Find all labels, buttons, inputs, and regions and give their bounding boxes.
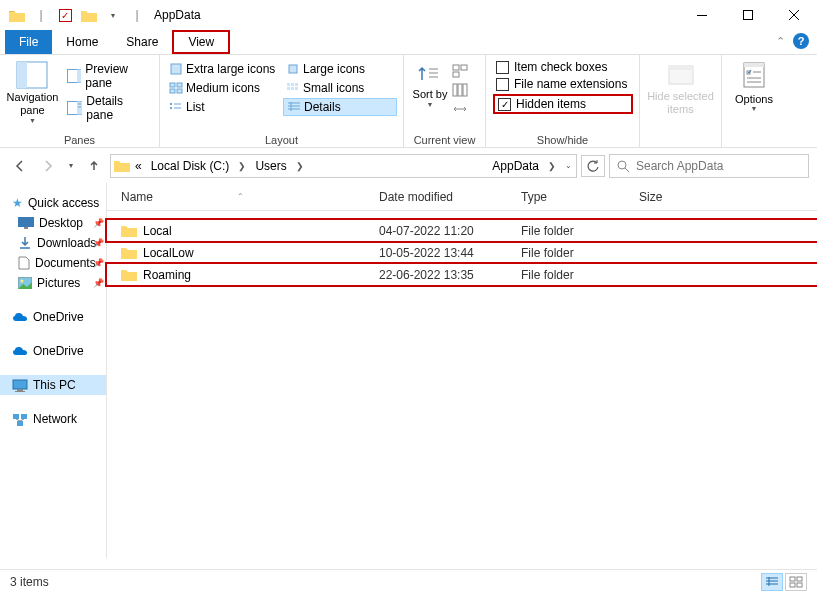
svg-rect-55 xyxy=(17,389,23,391)
minimize-button[interactable] xyxy=(679,0,725,30)
pc-icon xyxy=(12,379,28,392)
checkbox-checked-icon: ✓ xyxy=(498,98,511,111)
layout-small[interactable]: Small icons xyxy=(283,79,397,97)
medium-icons-icon xyxy=(169,82,183,94)
sidebar-pictures[interactable]: Pictures📌 xyxy=(0,273,106,293)
size-columns-button[interactable] xyxy=(450,100,470,118)
help-icon[interactable]: ? xyxy=(793,33,809,49)
qat-folder-icon[interactable] xyxy=(6,4,28,26)
tab-share[interactable]: Share xyxy=(112,30,172,54)
qat-folder2-icon[interactable] xyxy=(78,4,100,26)
chevron-right-icon[interactable]: ❯ xyxy=(292,161,308,171)
details-icon xyxy=(287,101,301,113)
svg-rect-0 xyxy=(697,15,707,16)
pin-icon: 📌 xyxy=(93,278,104,288)
search-icon xyxy=(616,159,630,173)
back-button[interactable] xyxy=(8,154,32,178)
details-pane-button[interactable]: Details pane xyxy=(65,93,153,123)
tab-view[interactable]: View xyxy=(172,30,230,54)
svg-rect-1 xyxy=(744,11,753,20)
svg-rect-12 xyxy=(170,83,175,87)
svg-rect-10 xyxy=(171,64,181,74)
svg-rect-42 xyxy=(744,63,764,67)
folder-icon xyxy=(121,268,137,281)
sidebar-documents[interactable]: Documents📌 xyxy=(0,253,106,273)
svg-rect-17 xyxy=(291,83,294,86)
sort-by-button[interactable]: Sort by ▼ xyxy=(410,60,450,118)
sidebar-quick-access[interactable]: ★Quick access xyxy=(0,193,106,213)
file-row-locallow[interactable]: LocalLow 10-05-2022 13:44 File folder xyxy=(107,242,817,263)
search-input[interactable]: Search AppData xyxy=(609,154,809,178)
close-button[interactable] xyxy=(771,0,817,30)
crumb-overflow[interactable]: « xyxy=(131,155,146,177)
breadcrumb-users[interactable]: Users xyxy=(251,155,290,177)
options-icon xyxy=(738,60,770,90)
item-checkboxes-toggle[interactable]: Item check boxes xyxy=(496,60,633,74)
add-columns-button[interactable] xyxy=(450,81,470,99)
column-size[interactable]: Size xyxy=(633,190,713,204)
sidebar-network[interactable]: Network xyxy=(0,409,106,429)
checkbox-icon xyxy=(496,78,509,91)
breadcrumb-appdata[interactable]: AppData xyxy=(488,155,543,177)
svg-rect-7 xyxy=(77,102,83,115)
network-icon xyxy=(12,413,28,426)
hide-icon xyxy=(665,60,697,90)
cloud-icon xyxy=(12,346,28,357)
navigation-pane-button[interactable]: Navigation pane ▼ xyxy=(6,58,59,124)
layout-details[interactable]: Details xyxy=(283,98,397,116)
column-name[interactable]: Name⌃ xyxy=(115,190,373,204)
svg-rect-35 xyxy=(453,72,459,77)
svg-rect-66 xyxy=(790,577,795,581)
sidebar-downloads[interactable]: Downloads📌 xyxy=(0,233,106,253)
preview-pane-button[interactable]: Preview pane xyxy=(65,61,153,91)
svg-rect-59 xyxy=(17,421,23,426)
refresh-button[interactable] xyxy=(581,155,605,177)
chevron-right-icon[interactable]: ❯ xyxy=(544,161,560,171)
ribbon: Navigation pane ▼ Preview pane Details p… xyxy=(0,55,817,148)
svg-point-53 xyxy=(21,280,24,283)
recent-dropdown[interactable]: ▾ xyxy=(64,154,78,178)
svg-rect-11 xyxy=(289,65,297,73)
svg-line-61 xyxy=(20,419,24,421)
group-by-button[interactable] xyxy=(450,62,470,80)
file-extensions-toggle[interactable]: File name extensions xyxy=(496,77,633,91)
file-row-roaming[interactable]: Roaming 22-06-2022 13:35 File folder xyxy=(107,264,817,285)
qat-dropdown-icon[interactable]: ▾ xyxy=(102,4,124,26)
layout-large[interactable]: Large icons xyxy=(283,60,397,78)
sidebar-onedrive-2[interactable]: OneDrive xyxy=(0,341,106,361)
breadcrumb-cdisk[interactable]: Local Disk (C:) xyxy=(147,155,234,177)
desktop-icon xyxy=(18,217,34,229)
details-pane-icon xyxy=(67,101,83,115)
tab-file[interactable]: File xyxy=(5,30,52,54)
svg-rect-38 xyxy=(463,84,467,96)
up-button[interactable] xyxy=(82,154,106,178)
download-icon xyxy=(18,236,32,250)
chevron-right-icon[interactable]: ❯ xyxy=(234,161,250,171)
svg-rect-18 xyxy=(295,83,298,86)
sidebar-desktop[interactable]: Desktop📌 xyxy=(0,213,106,233)
ribbon-group-options: Options ▼ xyxy=(722,55,786,147)
svg-rect-50 xyxy=(24,227,28,229)
svg-rect-57 xyxy=(13,414,19,419)
view-mode-icons[interactable] xyxy=(785,573,807,591)
file-row-local[interactable]: Local 04-07-2022 11:20 File folder xyxy=(107,220,817,241)
layout-extra-large[interactable]: Extra large icons xyxy=(166,60,280,78)
tab-home[interactable]: Home xyxy=(52,30,112,54)
layout-medium[interactable]: Medium icons xyxy=(166,79,280,97)
addressbar: ▾ « Local Disk (C:)❯ Users❯ AppData❯ ⌄ S… xyxy=(0,148,817,183)
column-date[interactable]: Date modified xyxy=(373,190,515,204)
column-type[interactable]: Type xyxy=(515,190,633,204)
sidebar-this-pc[interactable]: This PC xyxy=(0,375,106,395)
view-mode-details[interactable] xyxy=(761,573,783,591)
forward-button[interactable] xyxy=(36,154,60,178)
address-field[interactable]: « Local Disk (C:)❯ Users❯ AppData❯ ⌄ xyxy=(110,154,577,178)
hidden-items-toggle[interactable]: ✓Hidden items xyxy=(493,94,633,114)
address-dropdown[interactable]: ⌄ xyxy=(561,161,576,170)
qat-separator2: | xyxy=(126,4,148,26)
maximize-button[interactable] xyxy=(725,0,771,30)
collapse-ribbon-icon[interactable]: ⌃ xyxy=(776,35,785,48)
sidebar-onedrive-1[interactable]: OneDrive xyxy=(0,307,106,327)
qat-check-icon[interactable]: ✓ xyxy=(54,4,76,26)
layout-list[interactable]: List xyxy=(166,98,280,116)
options-button[interactable]: Options ▼ xyxy=(728,58,780,112)
